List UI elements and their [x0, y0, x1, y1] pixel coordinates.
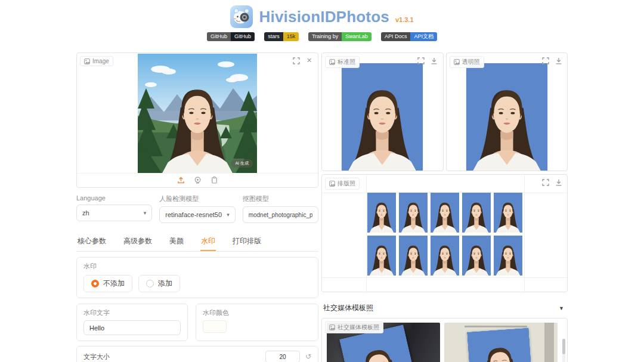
watermark-color-group: 水印颜色	[196, 304, 318, 341]
uploaded-portrait-image: AI 生成	[137, 54, 258, 173]
matting-model-label: 抠图模型	[243, 194, 318, 203]
template-side-panel	[544, 323, 554, 362]
close-icon[interactable]: ✕	[305, 57, 313, 64]
layout-photo-cell	[462, 193, 491, 233]
template-caption-line	[465, 326, 527, 327]
layout-photo-image	[367, 193, 522, 276]
layout-photo-label: 排版照	[338, 180, 355, 188]
watermark-color-label: 水印颜色	[203, 308, 311, 317]
social-media-accordion[interactable]: 社交媒体模板照 ▼	[321, 298, 568, 318]
crop-guide-line	[322, 277, 567, 278]
download-icon[interactable]	[431, 57, 438, 64]
radio-unselected-icon	[146, 280, 154, 287]
badge-swanlab-left: Training by	[308, 32, 342, 41]
watermark-text-group: 水印文字 Hello	[76, 304, 188, 341]
face-model-select[interactable]: retinaface-resnet50 ▾	[159, 206, 235, 223]
chevron-down-icon: ▼	[559, 305, 564, 311]
input-image-label-chip: Image	[80, 56, 113, 66]
output-column: 标准照	[321, 52, 568, 362]
face-model-label: 人脸检测模型	[159, 194, 235, 203]
badge-stars-left: stars	[264, 32, 283, 41]
chevron-down-icon: ▾	[144, 210, 147, 216]
layout-photo-cell	[494, 193, 522, 233]
fullscreen-icon[interactable]	[541, 57, 549, 64]
badge-api-docs[interactable]: API Docs API文档	[381, 32, 437, 41]
face-model-value: retinaface-resnet50	[165, 211, 222, 218]
gallery-scrollbar[interactable]	[562, 339, 565, 362]
image-icon	[84, 58, 90, 64]
badge-swanlab[interactable]: Training by SwanLab	[308, 32, 371, 41]
standard-photo-label-chip: 标准照	[325, 56, 360, 68]
social-template-image-light[interactable]	[444, 323, 558, 362]
layout-photo-cell	[399, 193, 428, 233]
layout-photo-cell	[462, 236, 491, 276]
social-gallery-label: 社交媒体模板照	[338, 323, 379, 332]
standard-photo-label: 标准照	[338, 58, 355, 66]
input-image-content[interactable]: AI 生成	[77, 53, 318, 174]
watermark-label: 水印	[83, 262, 311, 271]
gallery-scrollbar-thumb[interactable]	[562, 339, 565, 354]
transparent-photo-label-chip: 透明照	[450, 56, 484, 68]
settings-tabs: 核心参数 高级参数 美颜 水印 打印排版	[76, 232, 318, 252]
social-gallery-label-chip: 社交媒体模板照	[325, 321, 383, 333]
tab-core-params[interactable]: 核心参数	[77, 232, 107, 251]
font-size-label: 文字大小	[83, 352, 110, 361]
app-version: v1.3.1	[395, 16, 414, 23]
watermark-text-label: 水印文字	[83, 308, 181, 317]
fullscreen-icon[interactable]	[417, 57, 425, 64]
tab-print-layout[interactable]: 打印排版	[232, 232, 262, 251]
tab-watermark[interactable]: 水印	[200, 232, 216, 251]
tab-beauty[interactable]: 美颜	[169, 232, 184, 251]
standard-photo-image	[342, 63, 423, 171]
chevron-down-icon: ▾	[227, 212, 230, 218]
template-photo	[467, 328, 534, 362]
reset-icon[interactable]: ↺	[305, 353, 311, 360]
image-icon	[329, 181, 335, 187]
badge-github[interactable]: GitHub GitHub	[207, 32, 255, 41]
radio-add-watermark-label: 添加	[158, 279, 172, 289]
language-group: Language zh ▾	[76, 194, 152, 223]
download-icon[interactable]	[555, 178, 562, 186]
radio-no-watermark[interactable]: 不添加	[83, 275, 132, 292]
input-column: Image ✕ AI 生成	[76, 52, 318, 362]
input-image-label: Image	[92, 58, 109, 64]
social-media-accordion-label: 社交媒体模板照	[323, 303, 373, 313]
badge-stars[interactable]: stars 15k	[264, 32, 299, 41]
badge-api-docs-right: API文档	[410, 32, 437, 41]
layout-photo-cell	[399, 236, 428, 276]
image-icon	[454, 59, 460, 65]
transparent-photo-label: 透明照	[462, 58, 480, 66]
layout-photo-cell	[494, 236, 522, 276]
font-size-input[interactable]: 20	[265, 351, 300, 362]
fullscreen-icon[interactable]	[292, 57, 300, 64]
badge-swanlab-right: SwanLab	[342, 32, 371, 41]
badge-github-right: GitHub	[231, 32, 255, 41]
watermark-text-input[interactable]: Hello	[83, 320, 181, 335]
layout-photo-cell	[367, 236, 396, 276]
radio-no-watermark-label: 不添加	[103, 279, 125, 289]
radio-add-watermark[interactable]: 添加	[138, 275, 180, 292]
tab-advanced-params[interactable]: 高级参数	[123, 232, 153, 251]
webcam-icon[interactable]	[194, 177, 202, 184]
face-model-group: 人脸检测模型 retinaface-resnet50 ▾	[159, 194, 235, 223]
layout-photo-panel: 排版照	[321, 174, 568, 292]
app-title: HivisionIDPhotos	[259, 8, 389, 26]
layout-photo-cell	[367, 193, 396, 233]
matting-model-select[interactable]: modnet_photographic_portrait	[243, 206, 318, 223]
image-source-row	[77, 174, 318, 187]
language-label: Language	[76, 194, 152, 202]
badge-github-left: GitHub	[207, 32, 231, 41]
download-icon[interactable]	[555, 57, 562, 64]
radio-selected-icon	[91, 280, 99, 287]
social-media-gallery: 社交媒体模板照	[321, 318, 568, 362]
upload-icon[interactable]	[177, 177, 185, 184]
fullscreen-icon[interactable]	[541, 178, 549, 186]
mascot-icon	[230, 5, 253, 28]
watermark-radio-row: 不添加 添加	[83, 275, 311, 292]
watermark-color-picker[interactable]	[203, 320, 227, 333]
clipboard-icon[interactable]	[210, 177, 218, 184]
transparent-photo-image	[466, 63, 547, 171]
badge-row: GitHub GitHub stars 15k Training by Swan…	[76, 32, 568, 41]
matting-model-value: modnet_photographic_portrait	[249, 212, 312, 218]
language-select[interactable]: zh ▾	[76, 205, 152, 221]
